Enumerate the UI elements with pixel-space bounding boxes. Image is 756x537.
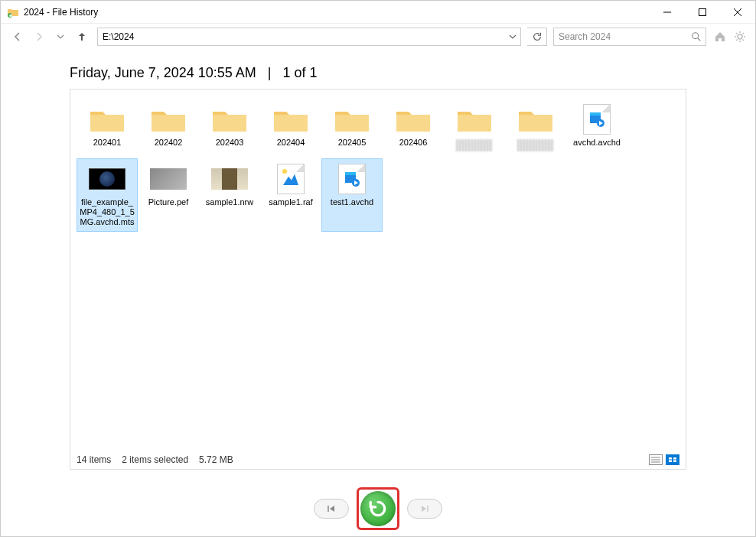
file-item[interactable] <box>444 99 505 155</box>
file-label: sample1.raf <box>269 197 312 207</box>
file-label: 202402 <box>155 138 183 148</box>
folder-icon <box>269 103 312 136</box>
back-button[interactable] <box>8 28 27 46</box>
svg-line-12 <box>736 33 738 34</box>
file-item[interactable]: 202406 <box>383 99 444 155</box>
raw-file-icon <box>269 162 312 196</box>
svg-line-14 <box>736 40 738 41</box>
folder-icon <box>147 103 190 136</box>
svg-rect-17 <box>590 112 601 116</box>
file-label: sample1.nrw <box>206 197 253 207</box>
svg-point-5 <box>692 33 699 39</box>
item-count: 14 items <box>77 454 111 465</box>
folder-icon <box>331 103 373 136</box>
file-item[interactable]: 202405 <box>321 99 383 155</box>
file-item[interactable]: 202402 <box>138 99 199 155</box>
refresh-button[interactable] <box>527 28 547 46</box>
details-view-button[interactable] <box>649 454 663 465</box>
search-input[interactable] <box>554 31 687 42</box>
search-bar[interactable] <box>553 28 706 46</box>
close-button[interactable] <box>720 1 755 24</box>
app-icon <box>7 6 19 18</box>
file-item[interactable]: test1.avchd <box>321 158 383 232</box>
folder-icon <box>392 103 435 136</box>
svg-rect-28 <box>673 461 676 463</box>
folder-icon <box>453 103 496 136</box>
svg-rect-20 <box>345 172 356 175</box>
file-item[interactable]: 202404 <box>260 99 321 155</box>
svg-rect-26 <box>673 457 676 460</box>
recent-dropdown[interactable] <box>51 28 70 46</box>
image-thumbnail <box>147 162 190 196</box>
svg-line-6 <box>698 38 701 41</box>
file-item[interactable]: file_example_MP4_480_1_5MG.avchd.mts <box>77 158 138 232</box>
search-icon[interactable] <box>687 31 705 42</box>
file-label: test1.avchd <box>331 197 373 207</box>
previous-version-button[interactable] <box>314 499 349 519</box>
file-item[interactable]: 202401 <box>77 99 138 155</box>
up-button[interactable] <box>73 28 91 46</box>
svg-point-7 <box>738 34 742 39</box>
folder-icon <box>514 103 557 136</box>
restore-button[interactable] <box>360 491 396 526</box>
file-label: avchd.avchd <box>573 138 621 148</box>
address-input[interactable] <box>98 31 505 42</box>
image-thumbnail <box>208 162 251 196</box>
window-title: 2024 - File History <box>24 7 650 18</box>
svg-line-15 <box>743 33 745 34</box>
minimize-button[interactable] <box>650 1 685 24</box>
avchd-file-icon <box>575 103 618 136</box>
history-header: Friday, June 7, 2024 10:55 AM | 1 of 1 <box>1 50 755 89</box>
gear-icon[interactable] <box>732 29 748 44</box>
svg-rect-25 <box>669 457 672 460</box>
file-label <box>456 139 493 151</box>
home-icon[interactable] <box>712 29 728 44</box>
icons-view-button[interactable] <box>666 454 679 465</box>
file-label: 202405 <box>338 138 367 148</box>
restore-highlight <box>357 487 399 530</box>
file-label <box>517 139 554 151</box>
svg-rect-2 <box>699 8 706 15</box>
next-version-button[interactable] <box>407 499 442 519</box>
file-label: Picture.pef <box>148 197 189 207</box>
selection-size: 5.72 MB <box>199 454 233 465</box>
history-timestamp: Friday, June 7, 2024 10:55 AM <box>70 65 256 80</box>
file-label: 202404 <box>277 138 305 148</box>
file-item[interactable]: 202403 <box>199 99 260 155</box>
avchd-file-icon <box>331 162 373 196</box>
folder-icon <box>208 103 251 136</box>
address-bar[interactable] <box>97 28 521 46</box>
file-item[interactable]: sample1.nrw <box>199 158 260 232</box>
maximize-button[interactable] <box>685 1 720 24</box>
svg-line-13 <box>743 40 745 41</box>
forward-button[interactable] <box>30 28 48 46</box>
page-counter: 1 of 1 <box>283 65 318 80</box>
file-item[interactable] <box>505 99 566 155</box>
video-thumbnail <box>86 162 129 196</box>
file-item[interactable]: avchd.avchd <box>566 99 627 155</box>
selection-count: 2 items selected <box>122 454 188 465</box>
address-dropdown[interactable] <box>505 33 520 41</box>
file-item[interactable]: sample1.raf <box>260 158 321 232</box>
file-label: 202401 <box>93 138 122 148</box>
status-bar: 14 items 2 items selected 5.72 MB <box>70 451 686 469</box>
file-item[interactable]: Picture.pef <box>138 158 199 232</box>
file-label: file_example_MP4_480_1_5MG.avchd.mts <box>79 197 135 228</box>
file-label: 202406 <box>399 138 428 148</box>
folder-icon <box>86 103 129 136</box>
svg-rect-27 <box>669 461 672 463</box>
file-label: 202403 <box>216 138 244 148</box>
